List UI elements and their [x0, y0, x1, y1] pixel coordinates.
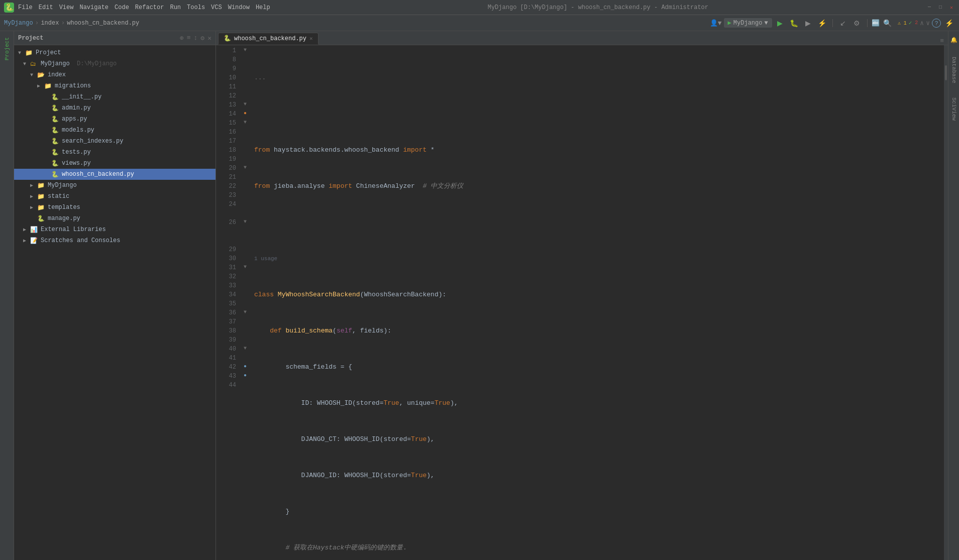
- title-bar: 🐍 File Edit View Navigate Code Refactor …: [0, 0, 959, 15]
- tree-item-project[interactable]: ▼ 📁 Project: [14, 47, 216, 58]
- tree-item-search-indexes[interactable]: 🐍 search_indexes.py: [14, 136, 216, 147]
- error-indicator: 2: [915, 20, 918, 26]
- tree-item-models[interactable]: 🐍 models.py: [14, 125, 216, 136]
- collapse-icon[interactable]: ≡: [187, 34, 191, 42]
- line-numbers: 1 8 9 10 11 12 13 14 15 16 17 18 19 20 2…: [216, 45, 240, 560]
- main-toolbar: MyDjango › index › whoosh_cn_backend.py …: [0, 15, 959, 31]
- translate-icon[interactable]: 🔤: [872, 19, 880, 27]
- tree-item-external-libs[interactable]: ▶ 📊 External Libraries: [14, 224, 216, 235]
- run-button[interactable]: ▶: [774, 17, 786, 29]
- nav-down[interactable]: ∨: [926, 19, 930, 27]
- gutter-bp-43[interactable]: ●: [240, 371, 250, 380]
- gutter-fold-20[interactable]: ▼: [240, 163, 250, 172]
- code-content[interactable]: ... from haystack.backends.whoosh_backen…: [250, 45, 944, 560]
- tree-item-manage[interactable]: 🐍 manage.py: [14, 213, 216, 224]
- tree-item-admin[interactable]: 🐍 admin.py: [14, 102, 216, 114]
- breadcrumb: MyDjango: [4, 20, 33, 27]
- check-icon: ✓: [909, 20, 912, 26]
- toolbar-separator: [832, 19, 833, 27]
- gutter-breakpoint-14[interactable]: ●: [240, 108, 250, 118]
- right-tab-sciview[interactable]: SciView: [949, 92, 959, 126]
- gutter-fold-31[interactable]: ▼: [240, 262, 250, 271]
- add-icon[interactable]: ⊕: [180, 34, 184, 42]
- minimize-button[interactable]: ─: [926, 4, 933, 11]
- tree-item-views[interactable]: 🐍 views.py: [14, 158, 216, 169]
- coverage-button[interactable]: ▶: [802, 17, 814, 29]
- tree-item-static[interactable]: ▶ 📁 static: [14, 191, 216, 202]
- profile-button[interactable]: ⚡: [816, 17, 828, 29]
- nav-up[interactable]: ∧: [920, 19, 924, 27]
- close-sidebar-icon[interactable]: ✕: [207, 34, 211, 42]
- menu-code[interactable]: Code: [115, 4, 129, 11]
- gutter-fold-15[interactable]: ▼: [240, 118, 250, 127]
- search-button[interactable]: 🔍: [882, 17, 894, 29]
- gutter-fold-36[interactable]: ▼: [240, 307, 250, 316]
- code-line-14: def build_schema(self, fields):: [250, 326, 944, 335]
- editor-scrollbar[interactable]: [944, 45, 948, 560]
- window-controls[interactable]: ─ □ ✕: [926, 4, 955, 11]
- editor-tab-whoosh[interactable]: 🐍 whoosh_cn_backend.py ✕: [218, 33, 318, 45]
- settings-icon[interactable]: ⚙: [200, 34, 204, 42]
- menu-help[interactable]: Help: [256, 4, 270, 11]
- right-tab-database[interactable]: Database: [949, 52, 959, 88]
- breadcrumb-file: whoosh_cn_backend.py: [67, 20, 139, 27]
- menu-tools[interactable]: Tools: [187, 4, 205, 11]
- sidebar-content: Project ⊕ ≡ ↕ ⚙ ✕ ▼ 📁 Project: [14, 31, 216, 560]
- vcs-button[interactable]: ↙: [837, 17, 849, 29]
- tree-item-mydjango-root[interactable]: ▼ 🗂 MyDjango D:\MyDjango: [14, 58, 216, 69]
- gutter-fold-13[interactable]: ▼: [240, 99, 250, 108]
- menu-file[interactable]: File: [18, 4, 33, 11]
- menu-window[interactable]: Window: [228, 4, 250, 11]
- gutter-bp-42[interactable]: ●: [240, 362, 250, 371]
- run-config[interactable]: ▶ MyDjango ▼: [724, 18, 772, 28]
- app-logo: 🐍: [4, 3, 14, 13]
- tab-close-button[interactable]: ✕: [309, 35, 313, 42]
- sidebar-header: Project ⊕ ≡ ↕ ⚙ ✕: [14, 31, 216, 45]
- sidebar-title: Project: [18, 35, 178, 42]
- close-button[interactable]: ✕: [948, 4, 955, 11]
- right-tab-notifications[interactable]: 🔔: [948, 31, 959, 48]
- menu-run[interactable]: Run: [170, 4, 181, 11]
- run-config-name: MyDjango: [733, 20, 763, 27]
- run-config-icon: ▶: [728, 19, 731, 27]
- gutter-fold-1[interactable]: ▼: [240, 45, 250, 54]
- help-button[interactable]: ?: [932, 19, 941, 28]
- toolbar-separator2: [867, 19, 868, 27]
- warning-indicator: ⚠ 1: [898, 20, 907, 26]
- breadcrumb-sep: ›: [35, 19, 39, 27]
- menu-view[interactable]: View: [59, 4, 74, 11]
- code-line-1: ...: [250, 73, 944, 82]
- tree-item-apps[interactable]: 🐍 apps.py: [14, 114, 216, 125]
- tree-item-init[interactable]: 🐍 __init__.py: [14, 91, 216, 102]
- menu-bar[interactable]: File Edit View Navigate Code Refactor Ru…: [18, 4, 270, 11]
- tree-item-index[interactable]: ▼ 📂 index: [14, 69, 216, 80]
- breadcrumb-sep2: ›: [61, 19, 65, 27]
- menu-edit[interactable]: Edit: [39, 4, 53, 11]
- tree-item-migrations[interactable]: ▶ 📁 migrations: [14, 80, 216, 91]
- menu-vcs[interactable]: VCS: [211, 4, 222, 11]
- menu-navigate[interactable]: Navigate: [79, 4, 109, 11]
- run-config-arrow[interactable]: ▼: [764, 20, 768, 27]
- extra-button[interactable]: ⚡: [943, 17, 955, 29]
- gutter-fold-40[interactable]: ▼: [240, 344, 250, 353]
- gutter-fold-26[interactable]: ▼: [240, 217, 250, 226]
- right-panel: 🔔 Database SciView: [948, 31, 959, 560]
- tree-item-scratches[interactable]: ▶ 📝 Scratches and Consoles: [14, 235, 216, 246]
- git-icon[interactable]: 👤▼: [710, 19, 722, 27]
- tree-item-tests[interactable]: 🐍 tests.py: [14, 147, 216, 158]
- code-line-12: 1 usage: [250, 254, 944, 263]
- code-line-13: class MyWhooshSearchBackend(WhooshSearch…: [250, 290, 944, 299]
- tab-menu-icon[interactable]: ≡: [940, 37, 944, 45]
- sidebar-tab-project[interactable]: Project: [2, 33, 12, 64]
- tab-icon: 🐍: [224, 35, 231, 42]
- tree-item-mydjango-sub[interactable]: ▶ 📁 MyDjango: [14, 180, 216, 191]
- sort-icon[interactable]: ↕: [194, 34, 198, 42]
- menu-refactor[interactable]: Refactor: [135, 4, 164, 11]
- settings-button[interactable]: ⚙: [851, 17, 863, 29]
- tab-label: whoosh_cn_backend.py: [234, 35, 306, 42]
- debug-button[interactable]: 🐛: [788, 17, 800, 29]
- tree-item-templates[interactable]: ▶ 📁 templates: [14, 202, 216, 213]
- maximize-button[interactable]: □: [937, 4, 944, 11]
- code-line-19: }: [250, 507, 944, 516]
- tree-item-whoosh[interactable]: 🐍 whoosh_cn_backend.py: [14, 169, 216, 180]
